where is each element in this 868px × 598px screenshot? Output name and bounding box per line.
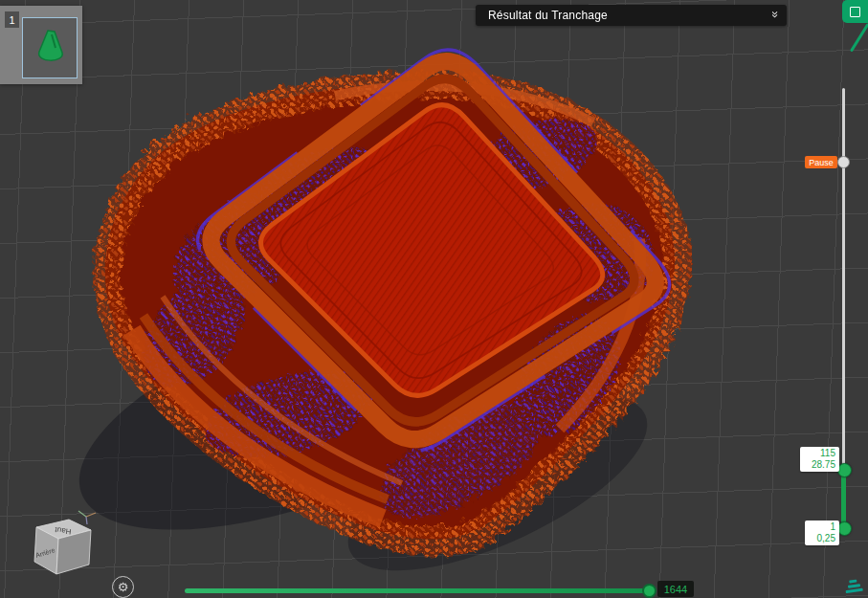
axis-gnomon (78, 511, 96, 524)
layer-lower-number: 1 (809, 521, 835, 533)
gear-icon: ⚙ (118, 580, 129, 594)
model-preview-icon (29, 25, 71, 71)
view-mode-dropdown[interactable]: Résultat du Tranchage » (476, 5, 787, 26)
camera-settings-button[interactable]: ⚙ (112, 576, 134, 598)
layer-lower-label: 1 0,25 (805, 520, 839, 545)
pause-marker[interactable] (837, 156, 850, 168)
extruder-number-badge: 1 (5, 11, 19, 28)
pause-badge[interactable]: Pause (805, 156, 837, 168)
layer-slider-lower-handle[interactable] (837, 521, 852, 536)
layer-slider-range[interactable] (841, 469, 846, 528)
layer-lower-height: 0,25 (809, 533, 835, 544)
sliced-model-viewport[interactable] (0, 0, 868, 598)
layer-upper-height: 28.75 (804, 459, 835, 471)
playback-slider-track[interactable] (185, 588, 654, 593)
layers-icon-bar (849, 580, 857, 584)
playback-slider-handle[interactable] (642, 584, 657, 598)
marketplace-button-fragment[interactable] (842, 0, 868, 23)
extruder-panel[interactable]: 1 (0, 6, 82, 84)
view-cube[interactable]: Haut Arrière (17, 507, 105, 587)
layers-icon-bar (847, 584, 859, 588)
layer-slider-upper-handle[interactable] (837, 463, 852, 477)
chevron-down-icon: » (768, 11, 781, 17)
marketplace-icon (850, 7, 860, 17)
object-thumbnail[interactable] (22, 17, 78, 78)
layers-icon[interactable] (844, 579, 863, 593)
layer-upper-number: 115 (804, 448, 835, 459)
playback-value-badge: 1644 (657, 581, 694, 597)
layer-upper-label: 115 28.75 (800, 447, 839, 472)
view-mode-label: Résultat du Tranchage (476, 9, 608, 22)
